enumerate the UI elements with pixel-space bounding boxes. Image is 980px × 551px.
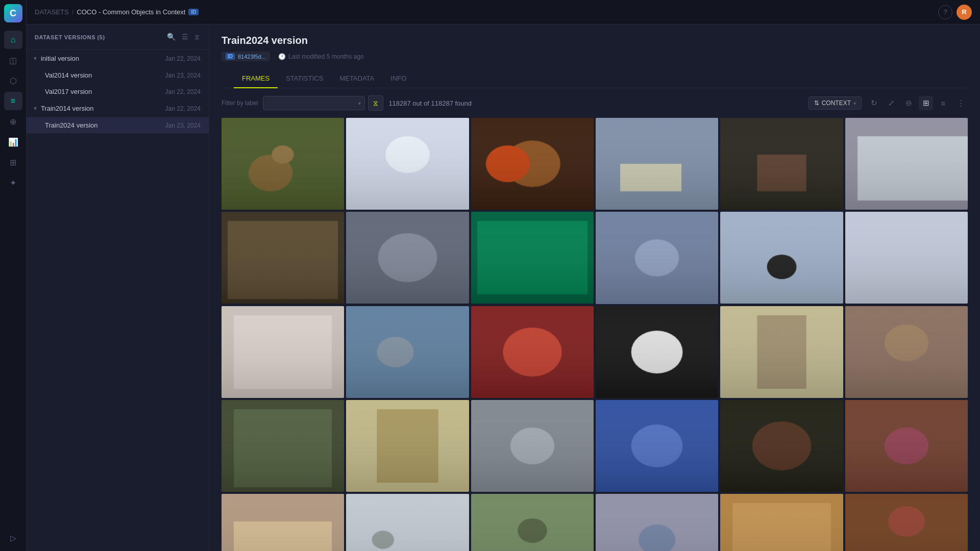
version-initial-label: initial version <box>41 55 79 62</box>
grid-item[interactable] <box>720 494 843 551</box>
tab-frames[interactable]: FRAMES <box>234 69 278 88</box>
grid-item[interactable] <box>720 212 843 304</box>
grid-item[interactable] <box>346 400 469 492</box>
content-header: Train2024 version ID 81423f5d... 🕐 Last … <box>209 24 980 88</box>
breadcrumb-separator: / <box>72 8 74 16</box>
grid-item[interactable] <box>346 118 469 210</box>
grid-item[interactable] <box>222 494 344 551</box>
refresh-icon[interactable]: ↻ <box>867 96 881 110</box>
grid-item[interactable] <box>845 400 968 492</box>
filter-row: Filter by label ⧖ 118287 out of 118287 f… <box>209 88 980 118</box>
version-id-badge: ID 81423f5d... <box>222 52 270 61</box>
list-view-icon[interactable]: ≡ <box>936 96 950 110</box>
sort-chevron-icon: ▾ <box>853 101 856 106</box>
grid-item[interactable] <box>596 118 718 210</box>
grid-item[interactable] <box>471 118 594 210</box>
nav-tools-icon[interactable]: ✦ <box>4 173 22 192</box>
nav-rail: C ⌂ ◫ ⬡ ≡ ⊕ 📊 ⊞ ✦ ▷ <box>0 0 27 551</box>
nav-models-icon[interactable]: ⬡ <box>4 71 22 90</box>
breadcrumb-parent[interactable]: DATASETS <box>35 8 69 16</box>
grid-item[interactable] <box>596 494 718 551</box>
sidebar-list-icon[interactable]: ☰ <box>181 32 189 42</box>
view-toolbar: ↻ ⤢ ⊖ ⊞ ≡ ⋮ <box>867 96 968 110</box>
grid-item[interactable] <box>222 306 344 398</box>
sidebar-search-icon[interactable]: 🔍 <box>166 32 177 42</box>
content-meta: ID 81423f5d... 🕐 Last modified 5 months … <box>222 52 968 61</box>
version-train2014[interactable]: ▼ Train2014 version Jan 22, 2024 <box>27 100 209 117</box>
filter-select[interactable] <box>263 96 365 110</box>
grid-item[interactable] <box>222 212 344 304</box>
filter-area: Filter by label ⧖ <box>222 95 383 111</box>
grid-item[interactable] <box>845 306 968 398</box>
dataset-id-badge: ID <box>188 9 199 15</box>
sidebar-header: DATASET VERSIONS (5) 🔍 ☰ ⧖ <box>27 24 209 50</box>
results-count: 118287 out of 118287 found <box>388 99 803 107</box>
grid-item[interactable] <box>346 306 469 398</box>
tab-statistics[interactable]: STATISTICS <box>278 69 331 88</box>
grid-item[interactable] <box>720 306 843 398</box>
version-val2017-label: Val2017 version <box>45 88 92 95</box>
tab-metadata[interactable]: METADATA <box>331 69 382 88</box>
app-logo[interactable]: C <box>4 4 22 22</box>
grid-item[interactable] <box>471 212 594 304</box>
grid-item[interactable] <box>346 494 469 551</box>
nav-deploy-icon[interactable]: ▷ <box>4 529 22 547</box>
version-initial[interactable]: ▼ initial version Jan 22, 2024 <box>27 50 209 67</box>
sidebar-filter-icon[interactable]: ⧖ <box>193 32 201 42</box>
grid-item[interactable] <box>720 118 843 210</box>
grid-item[interactable] <box>845 212 968 304</box>
version-train2024[interactable]: Train2024 version Jan 23, 2024 <box>27 117 209 134</box>
grid-view-icon[interactable]: ⊞ <box>919 96 933 110</box>
help-button[interactable]: ? <box>938 5 952 19</box>
version-group-train2014: ▼ Train2014 version Jan 22, 2024 Train20… <box>27 100 209 134</box>
grid-item[interactable] <box>471 306 594 398</box>
grid-item[interactable] <box>845 118 968 210</box>
page-title: Train2024 version <box>222 35 968 46</box>
user-avatar[interactable]: R <box>957 5 972 20</box>
nav-reports-icon[interactable]: 📊 <box>4 133 22 151</box>
modified-label: Last modified 5 months ago <box>288 53 363 60</box>
version-val2014-date: Jan 23, 2024 <box>165 72 201 79</box>
version-val2017[interactable]: Val2017 version Jan 22, 2024 <box>27 84 209 100</box>
grid-item[interactable] <box>596 400 718 492</box>
grid-item[interactable] <box>720 400 843 492</box>
nav-table-icon[interactable]: ⊞ <box>4 153 22 171</box>
grid-item[interactable] <box>471 400 594 492</box>
grid-item[interactable] <box>222 118 344 210</box>
nav-home-icon[interactable]: ⌂ <box>4 31 22 49</box>
version-train2024-date: Jan 23, 2024 <box>165 122 201 129</box>
sort-icon: ⇅ <box>814 99 819 107</box>
topbar: DATASETS / COCO - Common Objects in Cont… <box>27 0 980 24</box>
fit-view-icon[interactable]: ⤢ <box>884 96 898 110</box>
version-val2017-date: Jan 22, 2024 <box>165 88 201 95</box>
grid-item[interactable] <box>222 400 344 492</box>
sidebar: DATASET VERSIONS (5) 🔍 ☰ ⧖ ▼ initial ver… <box>27 24 209 551</box>
tab-info[interactable]: INFO <box>382 69 414 88</box>
chevron-initial: ▼ <box>33 56 38 61</box>
sort-button[interactable]: ⇅ CONTEXT ▾ <box>808 96 862 110</box>
grid-item[interactable] <box>596 212 718 304</box>
version-val2014-label: Val2014 version <box>45 71 92 79</box>
version-initial-date: Jan 22, 2024 <box>165 55 201 62</box>
nav-workflow-icon[interactable]: ⊕ <box>4 112 22 131</box>
grid-item[interactable] <box>845 494 968 551</box>
version-train2024-label: Train2024 version <box>45 121 98 129</box>
grid-item[interactable] <box>471 494 594 551</box>
modified-info: 🕐 Last modified 5 months ago <box>278 53 363 60</box>
breadcrumb: DATASETS / COCO - Common Objects in Cont… <box>35 8 199 16</box>
nav-datasets-icon[interactable]: ◫ <box>4 51 22 69</box>
filter-label: Filter by label <box>222 99 258 107</box>
grid-item[interactable] <box>346 212 469 304</box>
version-train2014-label: Train2014 version <box>41 105 94 112</box>
grid-item[interactable] <box>596 306 718 398</box>
nav-layers-icon[interactable]: ≡ <box>4 92 22 110</box>
version-group-initial: ▼ initial version Jan 22, 2024 Val2014 v… <box>27 50 209 100</box>
frames-grid <box>209 118 980 551</box>
version-val2014[interactable]: Val2014 version Jan 23, 2024 <box>27 67 209 84</box>
sidebar-title: DATASET VERSIONS (5) <box>35 34 105 40</box>
sort-label: CONTEXT <box>822 99 851 107</box>
clock-icon: 🕐 <box>278 53 286 60</box>
more-options-icon[interactable]: ⋮ <box>953 96 968 110</box>
zoom-out-icon[interactable]: ⊖ <box>901 96 916 110</box>
filter-active-icon[interactable]: ⧖ <box>368 95 383 111</box>
